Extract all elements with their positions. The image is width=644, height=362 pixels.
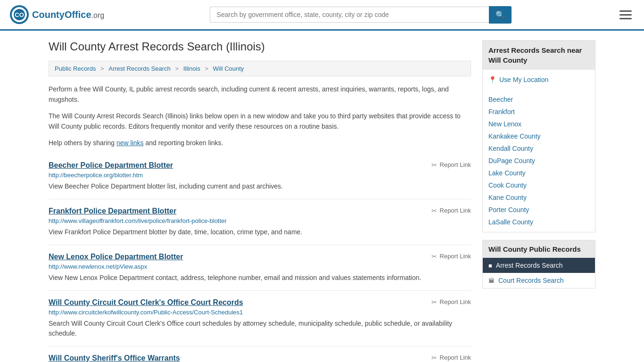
report-icon: ✂ bbox=[431, 253, 437, 260]
result-item: Will County Circuit Court Clerk's Office… bbox=[49, 291, 471, 346]
result-url-1[interactable]: http://www.villageoffrankfort.com/live/p… bbox=[49, 217, 471, 224]
logo-icon: CO bbox=[9, 5, 29, 25]
nearby-link-8[interactable]: Kane County bbox=[488, 194, 589, 201]
content-area: Will County Arrest Records Search (Illin… bbox=[49, 40, 471, 362]
report-icon: ✂ bbox=[431, 207, 437, 214]
result-url-3[interactable]: http://www.circuitclerkofwillcounty.com/… bbox=[49, 309, 471, 316]
hamburger-button[interactable] bbox=[617, 8, 635, 22]
sidebar: Arrest Records Search near Will County 📍… bbox=[482, 40, 595, 362]
nearby-link-6[interactable]: Lake County bbox=[488, 169, 589, 177]
report-icon: ✂ bbox=[431, 161, 437, 169]
nearby-link-9[interactable]: Porter County bbox=[488, 206, 589, 214]
result-item: Will County Sheriff's Office Warrants ✂ … bbox=[49, 346, 471, 362]
result-title-4[interactable]: Will County Sheriff's Office Warrants bbox=[49, 354, 180, 362]
nav-link-1[interactable]: Court Records Search bbox=[498, 277, 564, 284]
result-item: New Lenox Police Department Blotter ✂ Re… bbox=[49, 245, 471, 291]
result-item: Beecher Police Department Blotter ✂ Repo… bbox=[49, 154, 471, 199]
nearby-link-item[interactable]: Kane County bbox=[483, 191, 595, 204]
result-title-3[interactable]: Will County Circuit Court Clerk's Office… bbox=[49, 298, 243, 307]
use-my-location-link[interactable]: 📍 Use My Location bbox=[488, 76, 589, 83]
report-link-0[interactable]: ✂ Report Link bbox=[431, 161, 471, 169]
new-links-link[interactable]: new links bbox=[116, 139, 144, 147]
nav-label: Arrest Records Search bbox=[496, 262, 563, 269]
hamburger-line bbox=[619, 10, 632, 12]
nearby-link-item[interactable]: Kendall County bbox=[483, 142, 595, 155]
use-my-location-item[interactable]: 📍 Use My Location bbox=[483, 74, 595, 86]
breadcrumb: Public Records > Arrest Records Search >… bbox=[49, 61, 471, 76]
hamburger-line bbox=[619, 18, 632, 19]
breadcrumb-public-records[interactable]: Public Records bbox=[55, 65, 96, 72]
nearby-link-7[interactable]: Cook County bbox=[488, 181, 589, 189]
result-header: Will County Sheriff's Office Warrants ✂ … bbox=[49, 354, 471, 362]
nearby-link-item[interactable]: Cook County bbox=[483, 179, 595, 191]
result-item: Frankfort Police Department Blotter ✂ Re… bbox=[49, 199, 471, 245]
nearby-link-10[interactable]: LaSalle County bbox=[488, 218, 589, 226]
logo-text: CountyOffice.org bbox=[32, 9, 104, 20]
result-desc-3: Search Will County Circuit Court Clerk's… bbox=[49, 319, 471, 338]
breadcrumb-sep: > bbox=[205, 65, 210, 72]
nearby-link-item[interactable]: Lake County bbox=[483, 167, 595, 179]
description-1: Perform a free Will County, IL public ar… bbox=[49, 84, 471, 105]
public-records-box: Will County Public Records ■Arrest Recor… bbox=[482, 240, 595, 288]
result-url-2[interactable]: http://www.newlenox.net/pView.aspx bbox=[49, 263, 471, 270]
result-title-0[interactable]: Beecher Police Department Blotter bbox=[49, 161, 173, 170]
result-title-1[interactable]: Frankfort Police Department Blotter bbox=[49, 207, 176, 215]
search-input[interactable] bbox=[210, 7, 489, 23]
search-button[interactable]: 🔍 bbox=[489, 6, 512, 24]
result-header: Will County Circuit Court Clerk's Office… bbox=[49, 298, 471, 307]
nearby-box: Arrest Records Search near Will County 📍… bbox=[482, 40, 595, 232]
breadcrumb-will-county[interactable]: Will County bbox=[213, 65, 244, 72]
result-desc-2: View New Lenox Police Department contact… bbox=[49, 273, 471, 283]
result-url-0[interactable]: http://beecherpolice.org/blotter.htm bbox=[49, 172, 471, 179]
hamburger-line bbox=[619, 14, 632, 16]
result-header: New Lenox Police Department Blotter ✂ Re… bbox=[49, 253, 471, 261]
report-link-2[interactable]: ✂ Report Link bbox=[431, 253, 471, 260]
location-icon: 📍 bbox=[488, 76, 496, 83]
breadcrumb-illinois[interactable]: Illinois bbox=[183, 65, 200, 72]
nav-item-0[interactable]: ■Arrest Records Search bbox=[483, 258, 595, 273]
nearby-link-0[interactable]: Beecher bbox=[488, 96, 589, 103]
nearby-link-item[interactable]: New Lenox bbox=[483, 118, 595, 130]
public-records-header: Will County Public Records bbox=[483, 240, 595, 258]
nearby-link-2[interactable]: New Lenox bbox=[488, 120, 589, 128]
nav-item-1[interactable]: 🏛Court Records Search bbox=[483, 273, 595, 288]
result-title-2[interactable]: New Lenox Police Department Blotter bbox=[49, 253, 183, 261]
nearby-list: 📍 Use My Location bbox=[483, 70, 595, 90]
result-header: Beecher Police Department Blotter ✂ Repo… bbox=[49, 161, 471, 170]
nearby-link-item[interactable]: LaSalle County bbox=[483, 216, 595, 228]
nearby-link-3[interactable]: Kankakee County bbox=[488, 132, 589, 140]
nav-icon: ■ bbox=[488, 262, 492, 269]
report-link-3[interactable]: ✂ Report Link bbox=[431, 298, 471, 306]
breadcrumb-arrest-records[interactable]: Arrest Records Search bbox=[108, 65, 171, 72]
nearby-link-item[interactable]: Kankakee County bbox=[483, 130, 595, 142]
results-container: Beecher Police Department Blotter ✂ Repo… bbox=[49, 154, 471, 362]
nearby-link-item[interactable]: Beecher bbox=[483, 93, 595, 106]
result-desc-0: View Beecher Police Department blotter l… bbox=[49, 181, 471, 191]
result-desc-1: View Frankfort Police Department blotter… bbox=[49, 227, 471, 237]
nearby-link-4[interactable]: Kendall County bbox=[488, 145, 589, 152]
search-icon: 🔍 bbox=[495, 11, 505, 19]
nearby-link-1[interactable]: Frankfort bbox=[488, 108, 589, 115]
nearby-link-5[interactable]: DuPage County bbox=[488, 157, 589, 165]
search-area: 🔍 bbox=[210, 6, 512, 24]
nav-icon: 🏛 bbox=[488, 277, 495, 284]
description-3: Help others by sharing new links and rep… bbox=[49, 138, 471, 148]
nearby-header: Arrest Records Search near Will County bbox=[483, 41, 595, 70]
breadcrumb-sep: > bbox=[100, 65, 106, 72]
nearby-link-item[interactable]: Porter County bbox=[483, 204, 595, 216]
report-icon: ✂ bbox=[431, 298, 437, 306]
report-link-4[interactable]: ✂ Report Link bbox=[431, 354, 471, 362]
page-title: Will County Arrest Records Search (Illin… bbox=[49, 40, 471, 53]
svg-text:CO: CO bbox=[15, 11, 24, 18]
logo-area: CO CountyOffice.org bbox=[9, 5, 104, 25]
nearby-link-item[interactable]: DuPage County bbox=[483, 155, 595, 167]
nearby-link-item[interactable]: Frankfort bbox=[483, 106, 595, 118]
main-container: Will County Arrest Records Search (Illin… bbox=[39, 31, 605, 362]
result-header: Frankfort Police Department Blotter ✂ Re… bbox=[49, 207, 471, 215]
nav-items-container: ■Arrest Records Search🏛Court Records Sea… bbox=[483, 258, 595, 288]
site-header: CO CountyOffice.org 🔍 bbox=[0, 0, 644, 31]
report-icon: ✂ bbox=[431, 354, 437, 362]
description-2: The Will County Arrest Records Search (I… bbox=[49, 111, 471, 132]
breadcrumb-sep: > bbox=[175, 65, 180, 72]
report-link-1[interactable]: ✂ Report Link bbox=[431, 207, 471, 214]
